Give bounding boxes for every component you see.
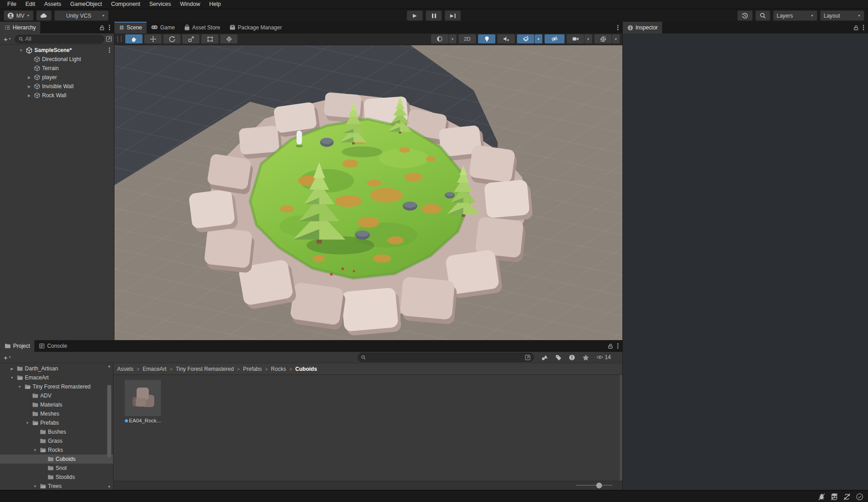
project-folder-adv[interactable]: ADV [0, 391, 113, 400]
shading-mode-button[interactable] [431, 34, 448, 43]
menu-window[interactable]: Window [175, 0, 204, 9]
scroll-up-icon[interactable]: ▲ [106, 363, 112, 369]
foldout-icon[interactable]: ▶ [26, 85, 32, 89]
asset-item[interactable]: EA04_Rock... [122, 380, 164, 423]
rect-tool-button[interactable] [201, 34, 218, 43]
scroll-down-icon[interactable]: ▼ [106, 484, 112, 490]
breadcrumb-assets[interactable]: Assets [117, 366, 133, 372]
kebab-menu-icon[interactable] [109, 47, 110, 53]
project-folder-grass[interactable]: Grass [0, 436, 113, 445]
step-button[interactable]: ▶ [445, 10, 461, 21]
scene-visibility-toggle-button[interactable] [545, 34, 564, 43]
tab-scene[interactable]: Scene [114, 22, 147, 33]
collab-status-icon[interactable] [856, 493, 863, 501]
2d-toggle-button[interactable]: 2D [459, 34, 476, 43]
hierarchy-scene-row[interactable]: ▼ SampleScene* [0, 46, 114, 55]
breadcrumb-emaceart[interactable]: EmaceArt [142, 366, 166, 372]
slider-thumb[interactable] [596, 483, 602, 488]
hierarchy-item-rock-wall[interactable]: ▶ Rock Wall [0, 91, 114, 100]
pick-window-icon[interactable] [525, 355, 531, 360]
foldout-icon[interactable]: ▼ [32, 484, 38, 488]
project-folder-emaceart[interactable]: ▼ EmaceArt [0, 373, 113, 382]
breadcrumb-tiny-forest-remastered[interactable]: Tiny Forest Remastered [176, 366, 234, 372]
project-folder-materials[interactable]: Materials [0, 400, 113, 409]
foldout-icon[interactable]: ▶ [26, 76, 32, 80]
move-tool-button[interactable] [144, 34, 161, 43]
foldout-icon[interactable]: ▼ [9, 376, 15, 380]
breadcrumb-prefabs[interactable]: Prefabs [243, 366, 261, 372]
favorites-star-icon[interactable] [582, 354, 589, 361]
project-folder-prefabs[interactable]: ▼ Prefabs [0, 418, 113, 427]
foldout-icon[interactable]: ▼ [18, 48, 24, 52]
unlock-icon[interactable] [607, 343, 613, 349]
warnings-icon[interactable] [569, 354, 575, 361]
effects-toggle-button[interactable] [517, 34, 534, 43]
pick-window-icon[interactable] [106, 36, 112, 42]
kebab-menu-icon[interactable] [617, 24, 619, 31]
create-asset-button[interactable]: +▼ [2, 354, 13, 361]
menu-assets[interactable]: Assets [40, 0, 66, 9]
debugger-disabled-icon[interactable] [818, 493, 825, 501]
project-folder-snot[interactable]: Snot [0, 464, 113, 473]
rotate-tool-button[interactable] [163, 34, 180, 43]
visibility-counter[interactable]: 14 [596, 354, 611, 360]
tab-asset-store[interactable]: Asset Store [180, 22, 225, 33]
foldout-icon[interactable]: ▶ [26, 94, 32, 98]
filter-by-type-icon[interactable] [541, 354, 548, 361]
unlock-icon[interactable] [99, 25, 105, 31]
breadcrumb-cuboids[interactable]: Cuboids [295, 366, 317, 372]
tab-console[interactable]: Console [34, 340, 71, 352]
project-folder-tiny-forest-remastered[interactable]: ▼ Tiny Forest Remastered [0, 382, 113, 391]
toolbar-grip[interactable] [117, 36, 122, 42]
pause-button[interactable] [426, 10, 442, 21]
hierarchy-item-terrain[interactable]: Terrain [0, 64, 114, 73]
foldout-icon[interactable]: ▼ [32, 448, 38, 452]
tree-scrollbar[interactable]: ▲ ▼ [106, 363, 112, 490]
breadcrumb-rocks[interactable]: Rocks [271, 366, 286, 372]
undo-history-button[interactable] [737, 10, 753, 21]
account-button[interactable]: MV ▼ [4, 10, 33, 21]
gizmos-caret[interactable]: ▼ [612, 34, 620, 43]
tab-project[interactable]: Project [0, 340, 34, 352]
shading-mode-caret[interactable]: ▼ [449, 34, 456, 43]
lighting-toggle-button[interactable] [478, 34, 495, 43]
tab-package-manager[interactable]: Package Manager [225, 22, 286, 33]
kebab-menu-icon[interactable] [109, 24, 110, 31]
audio-toggle-button[interactable] [498, 34, 515, 43]
tab-hierarchy[interactable]: Hierarchy [0, 22, 40, 33]
menu-file[interactable]: File [3, 0, 21, 9]
layers-dropdown[interactable]: Layers ▼ [773, 10, 817, 21]
cloud-button[interactable] [36, 10, 52, 21]
menu-services[interactable]: Services [145, 0, 175, 9]
camera-settings-button[interactable] [567, 34, 584, 43]
menu-gameobject[interactable]: GameObject [66, 0, 106, 9]
kebab-menu-icon[interactable] [863, 24, 864, 31]
hierarchy-search-input[interactable]: All [15, 35, 104, 43]
kebab-menu-icon[interactable] [617, 343, 619, 349]
thumbnail-size-slider[interactable] [576, 483, 612, 488]
hierarchy-item-invisible-wall[interactable]: ▶ Invisible Wall [0, 82, 114, 91]
camera-caret[interactable]: ▼ [584, 34, 592, 43]
menu-component[interactable]: Component [106, 0, 145, 9]
foldout-icon[interactable]: ▶ [9, 367, 15, 371]
effects-caret[interactable]: ▼ [535, 34, 542, 43]
unlock-icon[interactable] [853, 25, 859, 31]
add-gameobject-button[interactable]: +▼ [2, 35, 13, 43]
filter-by-label-icon[interactable] [555, 354, 562, 361]
play-button[interactable]: ▶ [407, 10, 423, 21]
project-folder-trees[interactable]: ▼ Trees [0, 482, 113, 490]
auto-refresh-disabled-icon[interactable] [843, 493, 851, 501]
scale-tool-button[interactable] [182, 34, 199, 43]
hand-tool-button[interactable] [125, 34, 142, 43]
scene-viewport-canvas[interactable] [114, 45, 622, 340]
project-search-input[interactable] [358, 353, 534, 362]
project-folder-darth-artisan[interactable]: ▶ Darth_Artisan [0, 364, 113, 373]
tab-inspector[interactable]: Inspector [623, 22, 662, 33]
foldout-icon[interactable]: ▼ [24, 421, 30, 425]
project-folder-meshes[interactable]: Meshes [0, 409, 113, 418]
tab-game[interactable]: Game [147, 22, 180, 33]
search-button[interactable] [755, 10, 770, 21]
transform-tool-button[interactable] [220, 34, 237, 43]
content-scrollbar[interactable] [620, 375, 622, 481]
foldout-icon[interactable]: ▼ [17, 385, 23, 389]
